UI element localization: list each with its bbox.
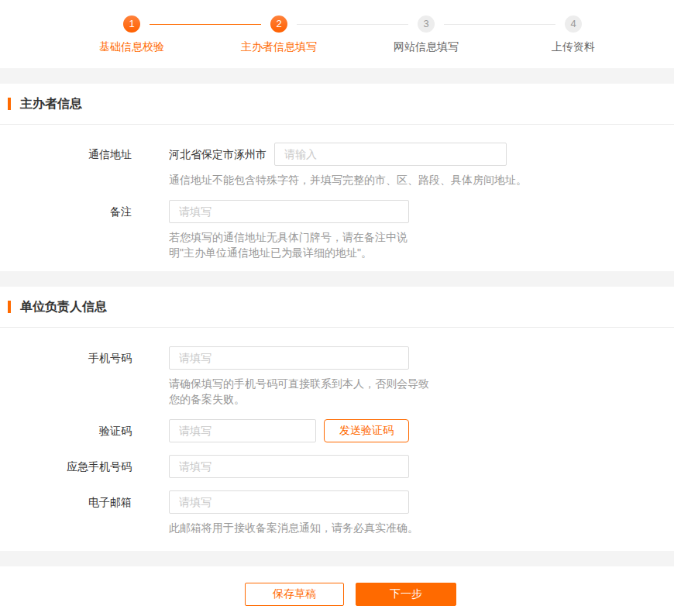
section-accent-bar [8, 301, 11, 313]
divider-band [0, 551, 674, 566]
step-item-1: 1 基础信息校验 [58, 15, 205, 54]
divider-band [0, 271, 674, 287]
address-region-prefix: 河北省保定市涿州市 [169, 143, 267, 166]
step-3-label: 网站信息填写 [352, 40, 500, 54]
step-item-2: 2 主办者信息填写 [205, 15, 352, 54]
contact-section-title: 单位负责人信息 [20, 299, 107, 315]
captcha-input[interactable] [169, 419, 316, 442]
remark-input[interactable] [169, 200, 409, 223]
step-2-circle: 2 [270, 15, 287, 33]
emergency-mobile-label: 应急手机号码 [0, 455, 132, 478]
mobile-help: 请确保填写的手机号码可直接联系到本人，否则会导致您的备案失败。 [169, 376, 431, 407]
section-contact-person: 单位负责人信息 手机号码 请确保填写的手机号码可直接联系到本人，否则会导致您的备… [0, 287, 674, 551]
organizer-section-header: 主办者信息 [0, 84, 674, 125]
mobile-label: 手机号码 [0, 346, 132, 370]
contact-section-header: 单位负责人信息 [0, 287, 674, 328]
email-input[interactable] [169, 490, 409, 514]
email-row: 电子邮箱 此邮箱将用于接收备案消息通知，请务必真实准确。 [0, 490, 674, 551]
step-4-label: 上传资料 [500, 40, 647, 54]
step-1-circle: 1 [123, 15, 140, 33]
step-item-3: 3 网站信息填写 [352, 15, 500, 54]
captcha-label: 验证码 [0, 419, 132, 442]
send-captcha-button[interactable]: 发送验证码 [324, 419, 409, 442]
next-step-button[interactable]: 下一步 [356, 583, 456, 606]
wizard-stepper: 1 基础信息校验 2 主办者信息填写 3 网站信息填写 4 上传资料 [0, 0, 674, 68]
remark-help: 若您填写的通信地址无具体门牌号，请在备注中说明"主办单位通信地址已为最详细的地址… [169, 229, 431, 260]
organizer-section-title: 主办者信息 [20, 96, 82, 112]
step-3-circle: 3 [418, 15, 435, 33]
emergency-mobile-row: 应急手机号码 [0, 455, 674, 478]
footer-actions: 保存草稿 下一步 [0, 566, 674, 616]
save-draft-button[interactable]: 保存草稿 [245, 583, 344, 606]
mobile-row: 手机号码 请确保填写的手机号码可直接联系到本人，否则会导致您的备案失败。 [0, 346, 674, 407]
address-label: 通信地址 [0, 143, 132, 166]
emergency-mobile-input[interactable] [169, 455, 409, 478]
address-help: 通信地址不能包含特殊字符，并填写完整的市、区、路段、具体房间地址。 [169, 172, 527, 188]
divider-band [0, 68, 674, 84]
step-4-circle: 4 [565, 15, 582, 33]
step-2-label: 主办者信息填写 [205, 40, 352, 54]
step-item-4: 4 上传资料 [500, 15, 647, 54]
captcha-row: 验证码 发送验证码 [0, 419, 674, 442]
address-row: 通信地址 河北省保定市涿州市 通信地址不能包含特殊字符，并填写完整的市、区、路段… [0, 143, 674, 188]
section-accent-bar [8, 98, 11, 110]
remark-row: 备注 若您填写的通信地址无具体门牌号，请在备注中说明"主办单位通信地址已为最详细… [0, 200, 674, 271]
mobile-input[interactable] [169, 346, 409, 370]
remark-label: 备注 [0, 200, 132, 223]
address-input[interactable] [274, 143, 507, 166]
email-help: 此邮箱将用于接收备案消息通知，请务必真实准确。 [169, 520, 418, 535]
section-organizer: 主办者信息 通信地址 河北省保定市涿州市 通信地址不能包含特殊字符，并填写完整的… [0, 84, 674, 271]
step-1-label: 基础信息校验 [58, 40, 205, 54]
email-label: 电子邮箱 [0, 490, 132, 514]
